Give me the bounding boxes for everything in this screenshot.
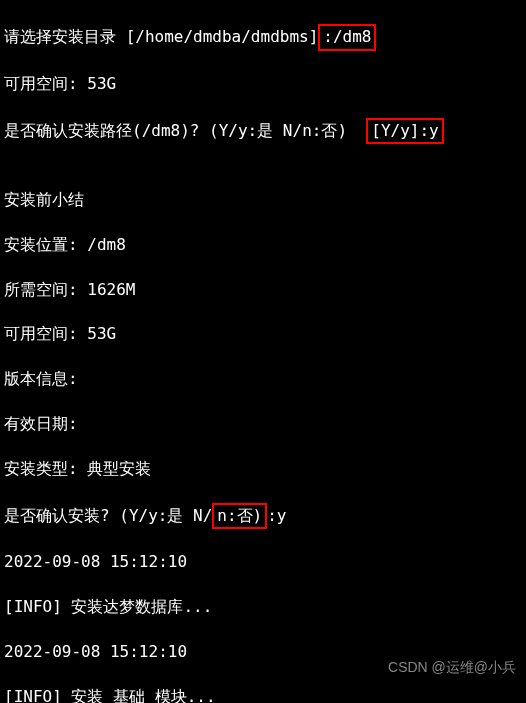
confirm-path-prompt: 是否确认安装路径(/dm8)? (Y/y:是 N/n:否) [Y/y]:y [4,118,522,144]
pre-install-summary-title: 安装前小结 [4,189,522,211]
available-space-2: 可用空间: 53G [4,323,522,345]
terminal-output: 请选择安装目录 [/home/dmdba/dmdbms]:/dm8 可用空间: … [0,0,526,703]
log-info: [INFO] 安装达梦数据库... [4,596,522,618]
log-info: [INFO] 安装 基础 模块... [4,686,522,703]
highlight-install-path: :/dm8 [318,24,376,50]
confirm-install-prompt: 是否确认安装? (Y/y:是 N/n:否):y [4,503,522,529]
install-location: 安装位置: /dm8 [4,234,522,256]
highlight-confirm-path: [Y/y]:y [366,118,443,144]
timestamp: 2022-09-08 15:12:10 [4,551,522,573]
install-type: 安装类型: 典型安装 [4,458,522,480]
prompt-install-dir: 请选择安装目录 [/home/dmdba/dmdbms]:/dm8 [4,24,522,50]
version-info: 版本信息: [4,368,522,390]
watermark: CSDN @运维@小兵 [388,658,516,678]
highlight-confirm-install: n:否) [212,503,267,529]
valid-date: 有效日期: [4,413,522,435]
available-space: 可用空间: 53G [4,73,522,95]
required-space: 所需空间: 1626M [4,279,522,301]
